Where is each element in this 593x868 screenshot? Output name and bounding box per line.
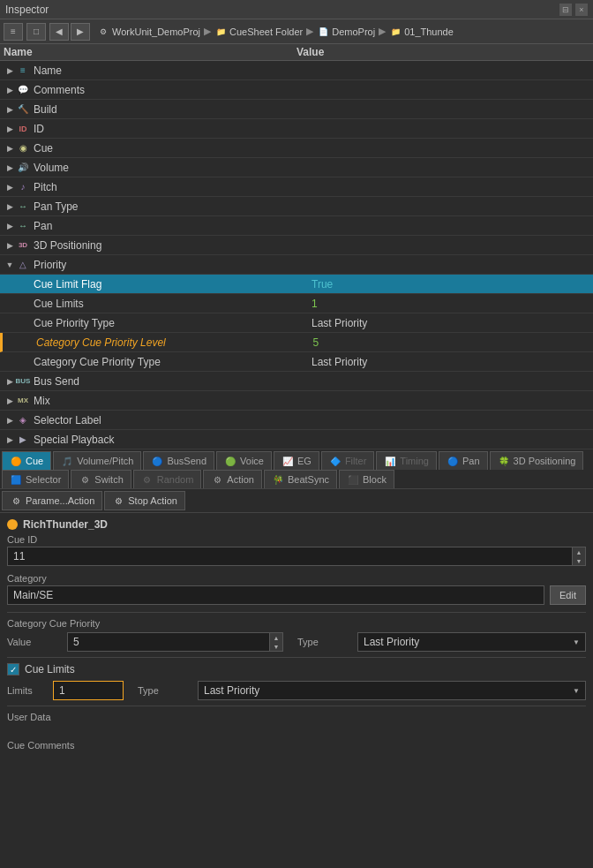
expand-specialplayback[interactable]: ▶ <box>4 434 16 446</box>
category-input[interactable]: Main/SE <box>7 585 544 605</box>
value-label: Value <box>7 637 60 647</box>
priority-value-spinner[interactable]: ▲ ▼ <box>269 632 283 652</box>
breadcrumb-workunit[interactable]: ⚙ WorkUnit_DemoProj <box>97 26 200 38</box>
cue-id-input[interactable]: 11 <box>7 547 572 566</box>
back-button[interactable]: ◀ <box>49 23 69 41</box>
prop-pitch-row[interactable]: ▶ ♪ Pitch <box>0 177 593 197</box>
list-view-button[interactable]: ≡ <box>4 23 23 41</box>
prop-priority-row[interactable]: ▼ △ Priority <box>0 255 593 275</box>
comments-icon: 💬 <box>16 83 30 97</box>
bussend-tab-label: BusSend <box>167 456 206 466</box>
tab-pan[interactable]: 🔵 Pan <box>439 451 488 470</box>
priority-value-input[interactable]: 5 <box>67 632 269 652</box>
breadcrumb-demoproj[interactable]: 📄 DemoProj <box>317 26 375 38</box>
prop-comments-label: Comments <box>34 84 312 96</box>
expand-pantype[interactable]: ▶ <box>4 200 16 213</box>
expand-pan[interactable]: ▶ <box>4 220 16 232</box>
tab-bussend[interactable]: 🔵 BusSend <box>143 451 214 470</box>
expand-3dpos[interactable]: ▶ <box>4 239 16 252</box>
tab-selector[interactable]: 🟦 Selector <box>2 470 69 488</box>
cuelimits-checkbox[interactable]: ✓ <box>7 663 19 676</box>
expand-priority[interactable]: ▼ <box>4 259 16 271</box>
expand-comments[interactable]: ▶ <box>4 84 16 96</box>
prop-cue-row[interactable]: ▶ ◉ Cue <box>0 139 593 158</box>
prop-cuelimitflag-row[interactable]: Cue Limit Flag True <box>0 275 593 294</box>
priority-type-value: Last Priority <box>364 636 419 648</box>
priority-type-arrow: ▼ <box>573 638 580 646</box>
tab-eg[interactable]: 📈 EG <box>274 451 319 470</box>
cue-id-value: 11 <box>13 550 25 562</box>
expand-volume[interactable]: ▶ <box>4 162 16 174</box>
expand-mix[interactable]: ▶ <box>4 395 16 407</box>
forward-button[interactable]: ▶ <box>71 23 90 41</box>
tab-random[interactable]: ⚙ Random <box>133 470 202 488</box>
3dpos-icon: 3D <box>16 238 30 253</box>
expand-name[interactable]: ▶ <box>4 64 16 77</box>
priority-value-up[interactable]: ▲ <box>270 633 282 642</box>
parameaction-label: Parame...Action <box>26 495 94 506</box>
expand-pitch[interactable]: ▶ <box>4 181 16 193</box>
prop-3dpos-row[interactable]: ▶ 3D 3D Positioning <box>0 236 593 255</box>
breadcrumb-cuesheet[interactable]: 📁 CueSheet Folder <box>214 26 303 38</box>
prop-volume-row[interactable]: ▶ 🔊 Volume <box>0 158 593 177</box>
limits-type-label: Type <box>138 685 191 696</box>
prop-cuelimits-row[interactable]: Cue Limits 1 <box>0 294 593 313</box>
bussend-icon: BUS <box>16 374 30 389</box>
parameaction-button[interactable]: ⚙ Parame...Action <box>2 491 102 510</box>
filter-tab-icon: 🔷 <box>329 455 342 467</box>
stopaction-button[interactable]: ⚙ Stop Action <box>104 491 185 510</box>
prop-pantype-row[interactable]: ▶ ↔ Pan Type <box>0 197 593 216</box>
breadcrumb-thunder[interactable]: 📁 01_Thunde <box>389 26 454 38</box>
prop-catcuepritype-row[interactable]: Category Cue Priority Type Last Priority <box>0 352 593 372</box>
cue-id-up[interactable]: ▲ <box>573 547 585 556</box>
cue-id-spinner[interactable]: ▲ ▼ <box>572 547 586 566</box>
expand-selectorlabel[interactable]: ▶ <box>4 414 16 426</box>
prop-priority-label: Priority <box>34 259 312 271</box>
prop-cuepritype-row[interactable]: Cue Priority Type Last Priority <box>0 313 593 333</box>
prop-catcueprilevel-row[interactable]: Category Cue Priority Level 5 <box>0 333 593 352</box>
prop-mix-row[interactable]: ▶ MX Mix <box>0 391 593 411</box>
priority-value-field[interactable]: 5 ▲ ▼ <box>67 632 283 652</box>
limits-input[interactable]: 1 <box>53 681 124 700</box>
random-tab-label: Random <box>157 474 194 485</box>
volumepitch-tab-icon: 🎵 <box>61 455 73 467</box>
expand-id[interactable]: ▶ <box>4 123 16 135</box>
expand-cue[interactable]: ▶ <box>4 142 16 155</box>
prop-comments-row[interactable]: ▶ 💬 Comments <box>0 80 593 100</box>
prop-id-row[interactable]: ▶ ID ID <box>0 119 593 139</box>
close-icon[interactable]: × <box>575 4 588 16</box>
tab-3dpos[interactable]: 🍀 3D Positioning <box>490 451 584 470</box>
tab-beatsync[interactable]: 🎋 BeatSync <box>264 470 337 488</box>
cue-id-down[interactable]: ▼ <box>573 556 585 565</box>
expand-cuelimitflag <box>4 278 16 291</box>
tab-switch[interactable]: ⚙ Switch <box>71 470 131 488</box>
priority-type-dropdown[interactable]: Last Priority ▼ <box>357 632 586 652</box>
prop-build-row[interactable]: ▶ 🔨 Build <box>0 100 593 119</box>
3dpos-tab-icon: 🍀 <box>498 455 510 467</box>
tab-volumepitch[interactable]: 🎵 Volume/Pitch <box>53 451 141 470</box>
grid-view-button[interactable]: □ <box>26 23 46 41</box>
limits-type-dropdown[interactable]: Last Priority ▼ <box>198 681 586 700</box>
priority-value-down[interactable]: ▼ <box>270 642 282 651</box>
edit-button[interactable]: Edit <box>550 585 586 605</box>
tab-block[interactable]: ⬛ Block <box>339 470 394 488</box>
cue-id-label: Cue ID <box>7 534 586 545</box>
expand-bussend[interactable]: ▶ <box>4 375 16 388</box>
prop-name-row[interactable]: ▶ ≡ Name <box>0 61 593 80</box>
tab-timing[interactable]: 📊 Timing <box>376 451 437 470</box>
tab-action[interactable]: ⚙ Action <box>203 470 262 488</box>
main-panel: RichThunder_3D Cue ID 11 ▲ ▼ Category Ma… <box>0 513 593 758</box>
prop-pan-row[interactable]: ▶ ↔ Pan <box>0 216 593 236</box>
prop-selectorlabel-row[interactable]: ▶ ◈ Selector Label <box>0 411 593 430</box>
prop-specialplayback-row[interactable]: ▶ ▶ Special Playback <box>0 430 593 449</box>
minimize-icon[interactable]: ⊟ <box>559 4 572 16</box>
tab-voice[interactable]: 🟢 Voice <box>216 451 272 470</box>
tab-cue[interactable]: 🟠 Cue <box>2 451 51 470</box>
expand-build[interactable]: ▶ <box>4 103 16 116</box>
selector-tab-label: Selector <box>26 474 61 485</box>
cue-id-field[interactable]: 11 ▲ ▼ <box>7 547 586 566</box>
prop-bussend-row[interactable]: ▶ BUS Bus Send <box>0 372 593 391</box>
tab-filter[interactable]: 🔷 Filter <box>321 451 374 470</box>
action-tab-label: Action <box>227 474 254 485</box>
cue-tab-label: Cue <box>26 456 43 466</box>
